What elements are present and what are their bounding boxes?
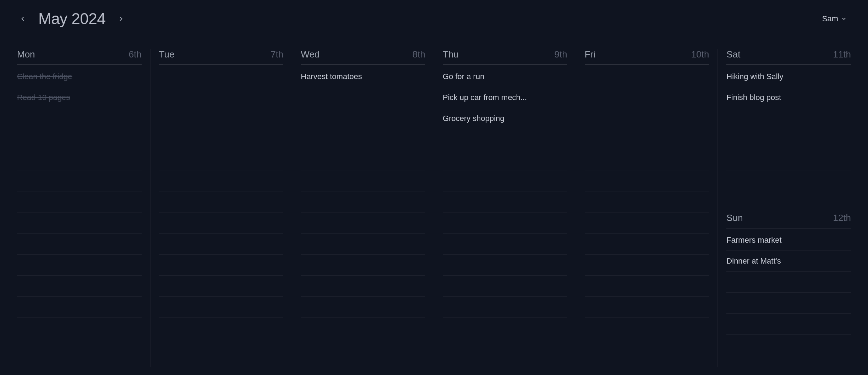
empty-slot[interactable]: [585, 255, 709, 276]
empty-slot[interactable]: [301, 276, 425, 297]
empty-slot[interactable]: [301, 129, 425, 150]
empty-slot[interactable]: [17, 192, 142, 213]
task-list: Harvest tomatoes: [301, 65, 425, 318]
empty-slot[interactable]: [159, 276, 284, 297]
empty-slot[interactable]: [585, 213, 709, 234]
empty-slot[interactable]: [585, 171, 709, 192]
empty-slot[interactable]: [17, 276, 142, 297]
empty-slot[interactable]: [159, 297, 284, 318]
day-header: Fri 10th: [585, 49, 709, 65]
day-name: Sat: [726, 49, 740, 60]
empty-slot[interactable]: [301, 87, 425, 108]
empty-slot[interactable]: [443, 192, 567, 213]
task-list: Hiking with SallyFinish blog post: [726, 65, 851, 171]
day-name: Wed: [301, 49, 320, 60]
chevron-left-icon: [19, 15, 26, 22]
prev-week-button[interactable]: [17, 13, 28, 24]
empty-slot[interactable]: [443, 255, 567, 276]
empty-slot[interactable]: [301, 150, 425, 171]
day-name: Mon: [17, 49, 35, 60]
task-row[interactable]: Read 10 pages: [17, 87, 142, 108]
task-list: [585, 65, 709, 318]
task-row[interactable]: Clean the fridge: [17, 66, 142, 87]
empty-slot[interactable]: [301, 213, 425, 234]
empty-slot[interactable]: [301, 234, 425, 255]
day-column-fri: Fri 10th: [576, 49, 718, 367]
empty-slot[interactable]: [585, 66, 709, 87]
page-title: May 2024: [38, 10, 105, 28]
empty-slot[interactable]: [159, 66, 284, 87]
empty-slot[interactable]: [301, 255, 425, 276]
empty-slot[interactable]: [301, 108, 425, 129]
empty-slot[interactable]: [17, 297, 142, 318]
task-row[interactable]: Hiking with Sally: [726, 66, 851, 87]
day-header: Mon 6th: [17, 49, 142, 65]
empty-slot[interactable]: [726, 293, 851, 314]
task-row[interactable]: Go for a run: [443, 66, 567, 87]
empty-slot[interactable]: [159, 108, 284, 129]
task-row[interactable]: Dinner at Matt's: [726, 251, 851, 272]
day-column-sat: Sat 11th Hiking with SallyFinish blog po…: [726, 49, 851, 204]
empty-slot[interactable]: [17, 171, 142, 192]
empty-slot[interactable]: [585, 276, 709, 297]
empty-slot[interactable]: [159, 234, 284, 255]
empty-slot[interactable]: [159, 192, 284, 213]
day-column-mon: Mon 6th Clean the fridgeRead 10 pages: [17, 49, 151, 367]
empty-slot[interactable]: [17, 213, 142, 234]
empty-slot[interactable]: [443, 234, 567, 255]
day-date: 11th: [833, 49, 851, 60]
empty-slot[interactable]: [159, 171, 284, 192]
day-name: Fri: [585, 49, 595, 60]
empty-slot[interactable]: [726, 108, 851, 129]
empty-slot[interactable]: [726, 129, 851, 150]
empty-slot[interactable]: [443, 213, 567, 234]
empty-slot[interactable]: [17, 150, 142, 171]
empty-slot[interactable]: [17, 255, 142, 276]
empty-slot[interactable]: [159, 150, 284, 171]
empty-slot[interactable]: [159, 255, 284, 276]
empty-slot[interactable]: [585, 234, 709, 255]
task-row[interactable]: Farmers market: [726, 230, 851, 251]
user-menu[interactable]: Sam: [822, 14, 851, 23]
day-name: Tue: [159, 49, 175, 60]
empty-slot[interactable]: [159, 87, 284, 108]
empty-slot[interactable]: [301, 171, 425, 192]
empty-slot[interactable]: [726, 314, 851, 335]
next-week-button[interactable]: [115, 13, 127, 24]
chevron-right-icon: [118, 15, 125, 22]
empty-slot[interactable]: [17, 234, 142, 255]
empty-slot[interactable]: [17, 108, 142, 129]
empty-slot[interactable]: [585, 297, 709, 318]
task-list: Go for a runPick up car from mech...Groc…: [443, 65, 567, 318]
empty-slot[interactable]: [443, 276, 567, 297]
empty-slot[interactable]: [585, 150, 709, 171]
empty-slot[interactable]: [159, 129, 284, 150]
day-date: 12th: [833, 213, 851, 224]
empty-slot[interactable]: [301, 192, 425, 213]
empty-slot[interactable]: [726, 272, 851, 293]
empty-slot[interactable]: [585, 87, 709, 108]
empty-slot[interactable]: [159, 213, 284, 234]
empty-slot[interactable]: [443, 129, 567, 150]
task-row[interactable]: Finish blog post: [726, 87, 851, 108]
day-date: 9th: [555, 49, 567, 60]
empty-slot[interactable]: [443, 171, 567, 192]
empty-slot[interactable]: [585, 108, 709, 129]
empty-slot[interactable]: [585, 129, 709, 150]
task-row[interactable]: Grocery shopping: [443, 108, 567, 129]
empty-slot[interactable]: [301, 297, 425, 318]
day-date: 7th: [271, 49, 283, 60]
task-list: [159, 65, 284, 318]
day-header: Wed 8th: [301, 49, 425, 65]
task-row[interactable]: Harvest tomatoes: [301, 66, 425, 87]
empty-slot[interactable]: [585, 192, 709, 213]
empty-slot[interactable]: [443, 297, 567, 318]
empty-slot[interactable]: [726, 150, 851, 171]
task-row[interactable]: Pick up car from mech...: [443, 87, 567, 108]
empty-slot[interactable]: [443, 150, 567, 171]
task-list: Farmers marketDinner at Matt's: [726, 228, 851, 335]
empty-slot[interactable]: [17, 129, 142, 150]
day-header: Sat 11th: [726, 49, 851, 65]
day-name: Thu: [443, 49, 459, 60]
day-date: 10th: [691, 49, 709, 60]
